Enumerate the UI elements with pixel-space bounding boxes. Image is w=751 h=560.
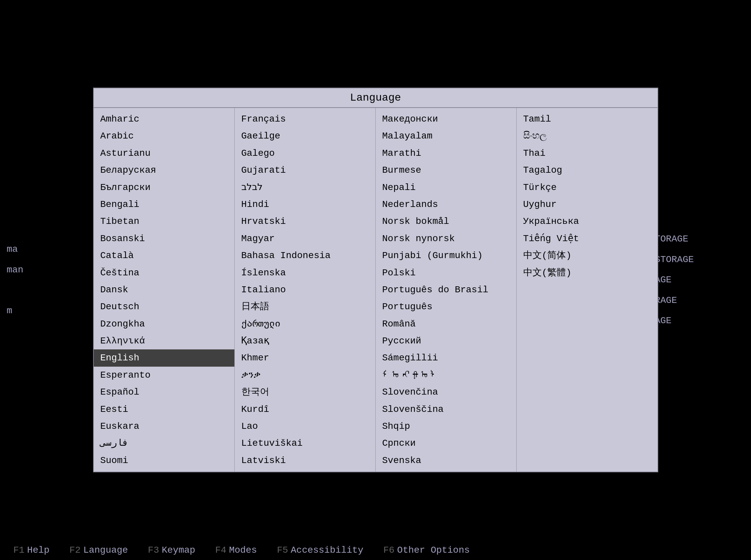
left-background-text: ma man m [0,239,23,321]
list-item[interactable]: Čeština [94,264,234,281]
list-item[interactable]: Thai [517,145,658,162]
list-item[interactable]: Română [376,316,516,333]
list-item[interactable]: לבלב [235,179,376,196]
fn-modes[interactable]: F4 Modes [215,545,257,555]
list-item[interactable]: Қазақ [235,333,376,349]
list-item[interactable]: Slovenščina [376,401,516,418]
fn-language[interactable]: F2 Language [70,545,128,555]
list-item[interactable]: Lao [235,418,376,435]
list-item[interactable]: فارسی [94,435,234,452]
list-item[interactable]: Gaeilge [235,127,376,144]
fn-accessibility[interactable]: F5 Accessibility [277,545,363,555]
list-item[interactable]: ქართული [235,316,376,333]
list-item[interactable]: Lietuviškai [235,435,376,452]
list-item[interactable]: Khmer [235,349,376,366]
f6-key: F6 [383,545,394,555]
list-item[interactable]: Asturianu [94,145,234,162]
list-item[interactable]: Slovenčina [376,384,516,401]
list-item[interactable]: Македонски [376,111,516,127]
list-item[interactable]: Galego [235,145,376,162]
list-item[interactable]: Nepali [376,179,516,196]
list-item[interactable]: Arabic [94,127,234,144]
list-item[interactable]: සිංහල [517,127,658,144]
f1-key: F1 [13,545,25,555]
fn-help-label: Help [27,545,50,555]
list-item[interactable]: Sámegillii [376,349,516,366]
dialog-content: Amharic Arabic Asturianu Беларуская Бълг… [94,108,658,472]
list-item[interactable]: Русский [376,333,516,349]
list-item[interactable]: Español [94,384,234,401]
list-item[interactable]: Hindi [235,196,376,213]
list-item-english[interactable]: English [94,349,234,366]
list-item[interactable]: Français [235,111,376,127]
f4-key: F4 [215,545,226,555]
list-item[interactable]: Kurdî [235,401,376,418]
list-item[interactable]: Euskara [94,418,234,435]
list-item[interactable]: Српски [376,435,516,452]
list-item[interactable]: Deutsch [94,298,234,315]
list-item[interactable]: 한국어 [235,384,376,401]
list-item[interactable]: Українська [517,213,658,230]
list-item[interactable]: Svenska [376,452,516,469]
list-item[interactable]: 中文(简体) [517,247,658,264]
f3-key: F3 [148,545,159,555]
fn-keymap[interactable]: F3 Keymap [148,545,195,555]
list-item[interactable]: Tamil [517,111,658,127]
function-key-bar: F1 Help F2 Language F3 Keymap F4 Modes F… [0,540,751,560]
f5-key: F5 [277,545,288,555]
list-item[interactable]: Shqip [376,418,516,435]
list-item[interactable]: Bengali [94,196,234,213]
list-item[interactable]: Dansk [94,281,234,298]
list-item[interactable]: Íslenska [235,264,376,281]
fn-accessibility-label: Accessibility [291,545,363,555]
fn-other-options[interactable]: F6 Other Options [383,545,470,555]
list-item[interactable]: Amharic [94,111,234,127]
list-item[interactable]: Uyghur [517,196,658,213]
list-item[interactable]: Gujarati [235,162,376,179]
fn-keymap-label: Keymap [161,545,195,555]
list-item[interactable]: 日本語 [235,298,376,315]
list-item[interactable]: Беларуская [94,162,234,179]
language-dialog: Language Amharic Arabic Asturianu Белару… [93,88,658,472]
list-item[interactable]: Suomi [94,452,234,469]
list-item[interactable]: Norsk nynorsk [376,230,516,247]
list-item[interactable]: Marathi [376,145,516,162]
list-item[interactable]: Tiếng Việt [517,230,658,247]
list-item[interactable]: Norsk bokmål [376,213,516,230]
dialog-title: Language [94,88,658,108]
fn-modes-label: Modes [229,545,257,555]
list-item[interactable]: Nederlands [376,196,516,213]
list-item[interactable]: Eesti [94,401,234,418]
list-item[interactable]: Türkçe [517,179,658,196]
fn-other-options-label: Other Options [397,545,470,555]
list-item[interactable]: ቃንቃ [235,367,376,384]
list-item[interactable]: Bosanski [94,230,234,247]
list-item[interactable]: Polski [376,264,516,281]
list-item[interactable]: Malayalam [376,127,516,144]
list-item[interactable]: Hrvatski [235,213,376,230]
list-item[interactable]: Български [94,179,234,196]
list-item[interactable]: 中文(繁體) [517,264,658,281]
language-col-4: Tamil සිංහල Thai Tagalog Türkçe Uyghur У… [517,108,658,472]
list-item[interactable]: Punjabi (Gurmukhi) [376,247,516,264]
list-item[interactable]: Català [94,247,234,264]
list-item[interactable]: Burmese [376,162,516,179]
language-col-2: Français Gaeilge Galego Gujarati לבלב Hi… [235,108,376,472]
list-item[interactable]: Magyar [235,230,376,247]
list-item[interactable]: Italiano [235,281,376,298]
list-item[interactable]: Ελληνικά [94,333,234,349]
list-item[interactable]: Dzongkha [94,316,234,333]
list-item[interactable]: Português do Brasil [376,281,516,298]
list-item[interactable]: Tagalog [517,162,658,179]
list-item[interactable]: Esperanto [94,367,234,384]
list-item[interactable]: Latviski [235,452,376,469]
fn-language-label: Language [83,545,128,555]
fn-help[interactable]: F1 Help [13,545,50,555]
list-item[interactable]: ᠮᠣᠩᠭᠣᠯ [376,367,516,384]
list-item[interactable]: Bahasa Indonesia [235,247,376,264]
list-item[interactable]: Tibetan [94,213,234,230]
language-col-1: Amharic Arabic Asturianu Беларуская Бълг… [94,108,235,472]
list-item[interactable]: Português [376,298,516,315]
f2-key: F2 [70,545,81,555]
language-col-3: Македонски Malayalam Marathi Burmese Nep… [376,108,517,472]
